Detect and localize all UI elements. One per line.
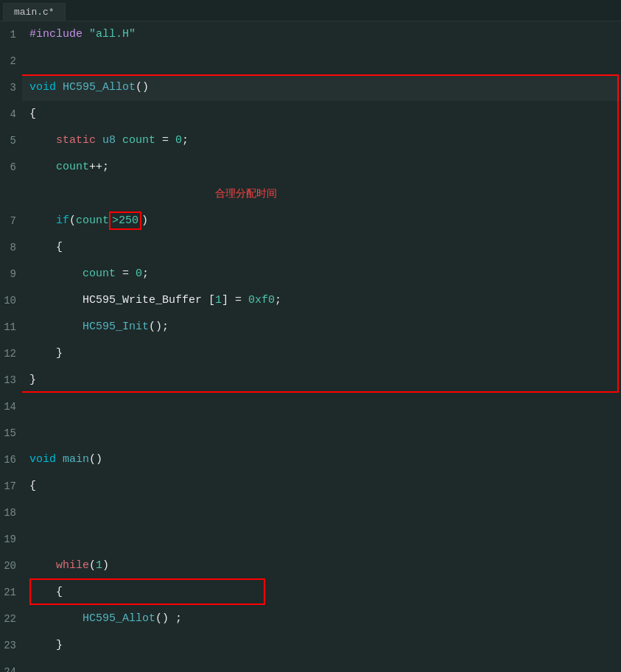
code-line-4: 4 { — [0, 101, 621, 127]
line-num-11: 11 — [0, 314, 22, 340]
tab-bar: main.c* — [0, 0, 621, 21]
line-content-15 — [22, 420, 621, 447]
code-line-15: 15 — [0, 420, 621, 447]
line-num-6: 6 — [0, 154, 22, 208]
line-content-14 — [22, 393, 621, 420]
code-line-9: 9 count = 0; — [0, 261, 621, 287]
code-line-21: 21 { — [0, 579, 621, 606]
code-line-12: 12 } — [0, 340, 621, 367]
line-content-5: static u8 count = 0; — [22, 127, 621, 154]
line-content-11: HC595_Init(); — [22, 314, 621, 340]
line-num-20: 20 — [0, 553, 22, 579]
line-num-21: 21 — [0, 579, 22, 606]
line-content-7: if(count>250) — [22, 208, 621, 234]
line-content-13: } — [22, 367, 621, 393]
line-num-10: 10 — [0, 287, 22, 314]
line-num-13: 13 — [0, 367, 22, 393]
code-line-24: 24 — [0, 659, 621, 672]
code-line-19: 19 — [0, 526, 621, 553]
line-content-9: count = 0; — [22, 261, 621, 287]
gt250-highlight: >250 — [109, 211, 141, 230]
file-tab[interactable]: main.c* — [3, 3, 66, 21]
code-wrapper: 1 #include "all.H" 2 3 void HC595_Allot(… — [0, 21, 621, 672]
line-content-18 — [22, 500, 621, 526]
code-line-17: 17 { — [0, 473, 621, 500]
line-content-22: HC595_Allot() ; — [22, 606, 621, 632]
line-num-23: 23 — [0, 632, 22, 659]
line-content-20: while(1) — [22, 553, 621, 579]
code-line-20: 20 while(1) — [0, 553, 621, 579]
line-num-14: 14 — [0, 393, 22, 420]
line-num-9: 9 — [0, 261, 22, 287]
line-content-10: HC595_Write_Buffer [1] = 0xf0; — [22, 287, 621, 314]
line-num-12: 12 — [0, 340, 22, 367]
line-num-15: 15 — [0, 420, 22, 447]
line-num-8: 8 — [0, 234, 22, 261]
line-num-19: 19 — [0, 526, 22, 553]
line-content-24 — [22, 659, 621, 672]
line-num-18: 18 — [0, 500, 22, 526]
code-line-8: 8 { — [0, 234, 621, 261]
line-content-23: } — [22, 632, 621, 659]
code-line-3: 3 void HC595_Allot() — [0, 74, 621, 101]
line-num-4: 4 — [0, 101, 22, 127]
code-line-6: 6 count++; 合理分配时间 — [0, 154, 621, 208]
code-line-14: 14 — [0, 393, 621, 420]
code-line-5: 5 static u8 count = 0; — [0, 127, 621, 154]
code-line-16: 16 void main() — [0, 447, 621, 473]
code-line-2: 2 — [0, 48, 621, 74]
line-content-8: { — [22, 234, 621, 261]
code-line-13: 13 } — [0, 367, 621, 393]
code-line-22: 22 HC595_Allot() ; — [0, 606, 621, 632]
code-line-1: 1 #include "all.H" — [0, 21, 621, 48]
code-area: 1 #include "all.H" 2 3 void HC595_Allot(… — [0, 21, 621, 672]
code-line-7: 7 if(count>250) — [0, 208, 621, 234]
line-num-24: 24 — [0, 659, 22, 672]
line-num-7: 7 — [0, 208, 22, 234]
code-line-18: 18 — [0, 500, 621, 526]
line-content-21: { — [22, 579, 621, 606]
line-num-22: 22 — [0, 606, 22, 632]
line-content-19 — [22, 526, 621, 553]
line-content-17: { — [22, 473, 621, 500]
line-content-6: count++; 合理分配时间 — [22, 154, 621, 208]
line-content-2 — [22, 48, 621, 74]
line-num-16: 16 — [0, 447, 22, 473]
line-content-3: void HC595_Allot() — [22, 74, 621, 101]
line-num-1: 1 — [0, 21, 22, 48]
line-num-5: 5 — [0, 127, 22, 154]
line-content-4: { — [22, 101, 621, 127]
line-content-16: void main() — [22, 447, 621, 473]
annotation-text: 合理分配时间 — [215, 188, 277, 200]
line-content-12: } — [22, 340, 621, 367]
code-line-11: 11 HC595_Init(); — [0, 314, 621, 340]
code-line-23: 23 } — [0, 632, 621, 659]
line-num-2: 2 — [0, 48, 22, 74]
line-num-3: 3 — [0, 74, 22, 101]
line-num-17: 17 — [0, 473, 22, 500]
code-line-10: 10 HC595_Write_Buffer [1] = 0xf0; — [0, 287, 621, 314]
line-content-1: #include "all.H" — [22, 21, 621, 48]
